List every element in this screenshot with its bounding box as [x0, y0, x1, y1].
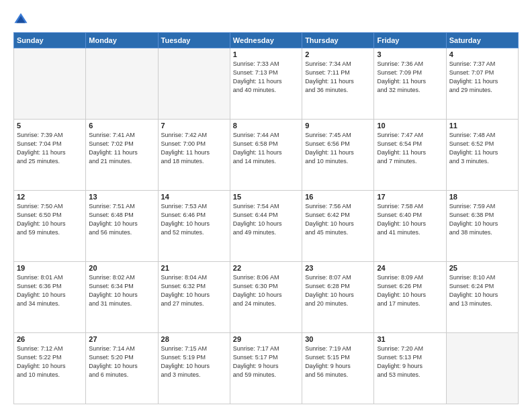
- calendar-cell: 16Sunrise: 7:56 AM Sunset: 6:42 PM Dayli…: [302, 191, 374, 262]
- day-info: Sunrise: 7:54 AM Sunset: 6:44 PM Dayligh…: [233, 202, 299, 237]
- day-header-tuesday: Tuesday: [158, 33, 230, 48]
- day-number: 3: [377, 50, 443, 58]
- page: SundayMondayTuesdayWednesdayThursdayFrid…: [0, 0, 532, 411]
- day-info: Sunrise: 7:34 AM Sunset: 7:11 PM Dayligh…: [305, 60, 371, 95]
- day-number: 22: [233, 264, 299, 272]
- day-info: Sunrise: 7:12 AM Sunset: 5:22 PM Dayligh…: [17, 345, 83, 379]
- calendar-cell: 2Sunrise: 7:34 AM Sunset: 7:11 PM Daylig…: [302, 48, 374, 120]
- day-number: 30: [305, 335, 371, 343]
- day-info: Sunrise: 7:47 AM Sunset: 6:54 PM Dayligh…: [377, 131, 443, 166]
- calendar-cell: 9Sunrise: 7:45 AM Sunset: 6:56 PM Daylig…: [302, 120, 374, 191]
- day-header-friday: Friday: [374, 33, 446, 48]
- calendar-cell: 29Sunrise: 7:17 AM Sunset: 5:17 PM Dayli…: [230, 333, 302, 404]
- calendar-cell: 4Sunrise: 7:37 AM Sunset: 7:07 PM Daylig…: [446, 48, 518, 120]
- day-info: Sunrise: 8:02 AM Sunset: 6:34 PM Dayligh…: [89, 273, 154, 308]
- day-info: Sunrise: 7:41 AM Sunset: 7:02 PM Dayligh…: [89, 131, 154, 166]
- day-number: 31: [377, 335, 443, 343]
- calendar-cell: 21Sunrise: 8:04 AM Sunset: 6:32 PM Dayli…: [158, 262, 230, 333]
- day-info: Sunrise: 7:58 AM Sunset: 6:40 PM Dayligh…: [377, 202, 443, 237]
- day-info: Sunrise: 8:04 AM Sunset: 6:32 PM Dayligh…: [161, 273, 227, 308]
- calendar-cell: 6Sunrise: 7:41 AM Sunset: 7:02 PM Daylig…: [86, 120, 158, 191]
- calendar-cell: 19Sunrise: 8:01 AM Sunset: 6:36 PM Dayli…: [14, 262, 86, 333]
- day-info: Sunrise: 8:09 AM Sunset: 6:26 PM Dayligh…: [377, 273, 443, 308]
- day-info: Sunrise: 7:44 AM Sunset: 6:58 PM Dayligh…: [233, 131, 299, 166]
- day-number: 16: [305, 193, 371, 201]
- day-number: 2: [305, 50, 371, 58]
- calendar-cell: 3Sunrise: 7:36 AM Sunset: 7:09 PM Daylig…: [374, 48, 446, 120]
- day-number: 29: [233, 335, 299, 343]
- calendar-cell: 5Sunrise: 7:39 AM Sunset: 7:04 PM Daylig…: [14, 120, 86, 191]
- calendar-cell: 7Sunrise: 7:42 AM Sunset: 7:00 PM Daylig…: [158, 120, 230, 191]
- day-number: 10: [377, 122, 443, 130]
- calendar-cell: 26Sunrise: 7:12 AM Sunset: 5:22 PM Dayli…: [14, 333, 86, 404]
- day-info: Sunrise: 7:48 AM Sunset: 6:52 PM Dayligh…: [449, 131, 515, 166]
- calendar-cell: [158, 48, 230, 120]
- day-number: 8: [233, 122, 299, 130]
- calendar-cell: 1Sunrise: 7:33 AM Sunset: 7:13 PM Daylig…: [230, 48, 302, 120]
- day-info: Sunrise: 7:19 AM Sunset: 5:15 PM Dayligh…: [305, 345, 371, 379]
- calendar-header-row: SundayMondayTuesdayWednesdayThursdayFrid…: [14, 33, 519, 48]
- header: [13, 12, 519, 27]
- day-number: 5: [17, 122, 83, 130]
- day-number: 14: [161, 193, 227, 201]
- calendar-cell: 17Sunrise: 7:58 AM Sunset: 6:40 PM Dayli…: [374, 191, 446, 262]
- day-number: 7: [161, 122, 227, 130]
- calendar-week-3: 12Sunrise: 7:50 AM Sunset: 6:50 PM Dayli…: [14, 191, 519, 262]
- day-number: 25: [449, 264, 515, 272]
- calendar-table: SundayMondayTuesdayWednesdayThursdayFrid…: [13, 32, 519, 404]
- calendar-cell: [86, 48, 158, 120]
- day-info: Sunrise: 7:45 AM Sunset: 6:56 PM Dayligh…: [305, 131, 371, 166]
- calendar-cell: 18Sunrise: 7:59 AM Sunset: 6:38 PM Dayli…: [446, 191, 518, 262]
- day-info: Sunrise: 7:39 AM Sunset: 7:04 PM Dayligh…: [17, 131, 83, 166]
- calendar-cell: 27Sunrise: 7:14 AM Sunset: 5:20 PM Dayli…: [86, 333, 158, 404]
- calendar-cell: 12Sunrise: 7:50 AM Sunset: 6:50 PM Dayli…: [14, 191, 86, 262]
- calendar-cell: 13Sunrise: 7:51 AM Sunset: 6:48 PM Dayli…: [86, 191, 158, 262]
- calendar-body: 1Sunrise: 7:33 AM Sunset: 7:13 PM Daylig…: [14, 48, 519, 404]
- calendar-week-4: 19Sunrise: 8:01 AM Sunset: 6:36 PM Dayli…: [14, 262, 519, 333]
- day-header-monday: Monday: [86, 33, 158, 48]
- day-header-sunday: Sunday: [14, 33, 86, 48]
- logo: [13, 12, 31, 27]
- calendar-cell: 28Sunrise: 7:15 AM Sunset: 5:19 PM Dayli…: [158, 333, 230, 404]
- day-info: Sunrise: 7:17 AM Sunset: 5:17 PM Dayligh…: [233, 345, 299, 379]
- day-info: Sunrise: 7:56 AM Sunset: 6:42 PM Dayligh…: [305, 202, 371, 237]
- day-info: Sunrise: 8:01 AM Sunset: 6:36 PM Dayligh…: [17, 273, 83, 308]
- logo-icon: [13, 12, 28, 27]
- day-info: Sunrise: 7:36 AM Sunset: 7:09 PM Dayligh…: [377, 60, 443, 95]
- calendar-cell: 31Sunrise: 7:20 AM Sunset: 5:13 PM Dayli…: [374, 333, 446, 404]
- calendar-cell: 30Sunrise: 7:19 AM Sunset: 5:15 PM Dayli…: [302, 333, 374, 404]
- day-number: 9: [305, 122, 371, 130]
- day-info: Sunrise: 7:59 AM Sunset: 6:38 PM Dayligh…: [449, 202, 515, 237]
- day-header-thursday: Thursday: [302, 33, 374, 48]
- calendar-cell: 11Sunrise: 7:48 AM Sunset: 6:52 PM Dayli…: [446, 120, 518, 191]
- day-number: 26: [17, 335, 83, 343]
- day-number: 27: [89, 335, 154, 343]
- day-info: Sunrise: 7:33 AM Sunset: 7:13 PM Dayligh…: [233, 60, 299, 95]
- day-number: 28: [161, 335, 227, 343]
- day-info: Sunrise: 7:51 AM Sunset: 6:48 PM Dayligh…: [89, 202, 154, 237]
- calendar-cell: 25Sunrise: 8:10 AM Sunset: 6:24 PM Dayli…: [446, 262, 518, 333]
- day-number: 21: [161, 264, 227, 272]
- day-info: Sunrise: 7:20 AM Sunset: 5:13 PM Dayligh…: [377, 345, 443, 379]
- day-header-wednesday: Wednesday: [230, 33, 302, 48]
- day-info: Sunrise: 8:06 AM Sunset: 6:30 PM Dayligh…: [233, 273, 299, 308]
- day-info: Sunrise: 7:53 AM Sunset: 6:46 PM Dayligh…: [161, 202, 227, 237]
- calendar-cell: 22Sunrise: 8:06 AM Sunset: 6:30 PM Dayli…: [230, 262, 302, 333]
- day-info: Sunrise: 7:37 AM Sunset: 7:07 PM Dayligh…: [449, 60, 515, 95]
- day-number: 11: [449, 122, 515, 130]
- calendar-cell: 15Sunrise: 7:54 AM Sunset: 6:44 PM Dayli…: [230, 191, 302, 262]
- day-number: 23: [305, 264, 371, 272]
- day-info: Sunrise: 8:07 AM Sunset: 6:28 PM Dayligh…: [305, 273, 371, 308]
- day-number: 12: [17, 193, 83, 201]
- day-number: 13: [89, 193, 154, 201]
- calendar-week-1: 1Sunrise: 7:33 AM Sunset: 7:13 PM Daylig…: [14, 48, 519, 120]
- calendar-cell: 14Sunrise: 7:53 AM Sunset: 6:46 PM Dayli…: [158, 191, 230, 262]
- calendar-cell: [14, 48, 86, 120]
- day-number: 19: [17, 264, 83, 272]
- day-info: Sunrise: 7:15 AM Sunset: 5:19 PM Dayligh…: [161, 345, 227, 379]
- calendar-cell: 23Sunrise: 8:07 AM Sunset: 6:28 PM Dayli…: [302, 262, 374, 333]
- day-number: 4: [449, 50, 515, 58]
- day-number: 24: [377, 264, 443, 272]
- calendar-cell: 24Sunrise: 8:09 AM Sunset: 6:26 PM Dayli…: [374, 262, 446, 333]
- day-number: 15: [233, 193, 299, 201]
